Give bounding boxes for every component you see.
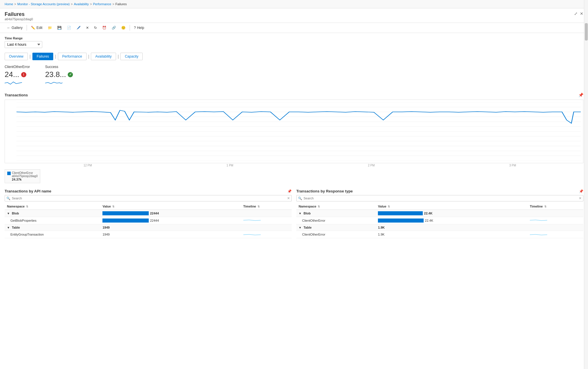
scrollbar-thumb[interactable] <box>585 23 588 41</box>
saveas-button[interactable]: 📄 <box>65 25 74 31</box>
toolbar-separator2 <box>130 25 130 31</box>
tab-performance[interactable]: Performance <box>58 53 87 60</box>
expand-icon-blob[interactable]: ▼ <box>7 212 10 215</box>
sparkline-error-svg <box>5 80 22 86</box>
col-value[interactable]: Value ⇅ <box>100 203 241 210</box>
help-button[interactable]: ? Help <box>132 25 146 31</box>
gallery-button[interactable]: ← Gallery <box>5 25 25 31</box>
sparkline-error <box>5 80 34 87</box>
sort-icon-tl-resp: ⇅ <box>544 205 547 208</box>
discard-button[interactable]: ✕ <box>84 25 91 31</box>
share-button[interactable]: 🔗 <box>109 25 118 31</box>
edit-button[interactable]: ✏️ Edit <box>29 25 45 31</box>
bar-fill-blob-resp <box>378 211 423 215</box>
back-icon: ← <box>7 26 10 30</box>
x-label-3pm: 3 PM <box>509 164 516 167</box>
search-icon-response: 🔍 <box>298 197 302 200</box>
bar-blob-resp: 22.4K <box>378 211 525 215</box>
table-response-pin[interactable]: 📌 <box>579 189 583 193</box>
table-api-pin[interactable]: 📌 <box>287 189 292 193</box>
chart-wrapper: 120 110 100 90 80 70 60 50 40 30 20 10 0 <box>5 100 583 163</box>
table-response: Namespace ⇅ Value ⇅ Timeline ⇅ <box>296 203 583 238</box>
table-row: ▼ Table 1949 <box>5 224 292 231</box>
chart-canvas <box>5 100 583 163</box>
save-icon: 💾 <box>57 26 62 30</box>
bottom-tables: Transactions by API name 📌 🔍 ✕ Namespace… <box>5 189 583 238</box>
table-row: ClientOtherError 22.4K <box>296 217 583 224</box>
search-icon: 🔍 <box>6 197 10 200</box>
metric-value-error: 24... <box>5 70 19 79</box>
breadcrumb-monitor[interactable]: Monitor - Storage Accounts (preview) <box>17 2 70 6</box>
page-subtitle: a64sl75piosp2diag0 <box>5 17 33 21</box>
col-namespace-resp[interactable]: Namespace ⇅ <box>296 203 376 210</box>
expand-icon-blob-resp[interactable]: ▼ <box>299 212 302 215</box>
folder-button[interactable]: 📁 <box>45 25 54 31</box>
chart-section: Transactions 📌 120 110 100 90 80 70 60 5… <box>5 93 583 183</box>
edit-icon: ✏️ <box>31 26 35 30</box>
col-timeline[interactable]: Timeline ⇅ <box>241 203 292 210</box>
title-actions: ⤢ ✕ <box>574 11 583 16</box>
table-api: Namespace ⇅ Value ⇅ Timeline ⇅ <box>5 203 292 238</box>
breadcrumb: Home > Monitor - Storage Accounts (previ… <box>0 0 588 8</box>
tab-failures[interactable]: Failures <box>32 53 54 60</box>
tab-overview[interactable]: Overview <box>5 53 28 60</box>
chart-legend: ClientOtherError a64sl75piosp2diag0 24.3… <box>5 169 40 183</box>
success-badge: ✓ <box>68 72 73 77</box>
table-row: ClientOtherError 1.9K <box>296 231 583 238</box>
sort-icon-timeline: ⇅ <box>258 205 260 208</box>
table-response-header: Transactions by Response type 📌 <box>296 189 583 193</box>
breadcrumb-availability[interactable]: Availability <box>74 2 89 6</box>
tab-capacity[interactable]: Capacity <box>120 53 143 60</box>
pencil-icon: 🖊️ <box>76 26 81 30</box>
breadcrumb-home[interactable]: Home <box>5 2 13 6</box>
table-row: ▼ Blob 22444 <box>5 210 292 217</box>
search-clear-icon-response[interactable]: ✕ <box>579 196 582 200</box>
expand-icon-table[interactable]: ▼ <box>7 226 10 229</box>
folder-icon: 📁 <box>48 26 52 30</box>
maximize-icon[interactable]: ⤢ <box>574 11 578 16</box>
table-row: ▼ Table 1.9K <box>296 224 583 231</box>
tab-availability[interactable]: Availability <box>91 53 116 60</box>
table-row: EntityGroupTransaction 1949 <box>5 231 292 238</box>
autorefresh-button[interactable]: ⏰ <box>100 25 109 31</box>
x-label-1pm: 1 PM <box>227 164 233 167</box>
tab-bar: Overview | Failures | Performance | Avai… <box>5 53 583 60</box>
col-namespace[interactable]: Namespace ⇅ <box>5 203 100 210</box>
legend-color-swatch <box>7 172 11 175</box>
search-clear-icon[interactable]: ✕ <box>287 196 290 200</box>
table-response-search-input[interactable] <box>296 195 583 201</box>
metric-clientothererror: ClientOtherError 24... ! <box>5 65 34 87</box>
table-api-header: Transactions by API name 📌 <box>5 189 292 193</box>
bar-clientother-resp: 22.4K <box>378 219 525 223</box>
sort-icon-ns-resp: ⇅ <box>318 205 320 208</box>
autorefresh-icon: ⏰ <box>102 26 106 30</box>
time-range-section: Time Range Last 1 hour Last 4 hours Last… <box>5 36 583 48</box>
table-response-header-row: Namespace ⇅ Value ⇅ Timeline ⇅ <box>296 203 583 210</box>
timeline-sparkline-entity <box>243 232 261 236</box>
col-timeline-resp[interactable]: Timeline ⇅ <box>528 203 583 210</box>
toolbar: ← Gallery ✏️ Edit 📁 💾 📄 🖊️ ✕ ↻ ⏰ 🔗 🙂 ? H… <box>0 23 588 33</box>
sort-icon-namespace: ⇅ <box>26 205 28 208</box>
metric-label-error: ClientOtherError <box>5 65 34 69</box>
bar-fill-blob <box>102 211 149 215</box>
table-response-title: Transactions by Response type <box>296 189 353 193</box>
table-api-section: Transactions by API name 📌 🔍 ✕ Namespace… <box>5 189 292 238</box>
chart-header: Transactions 📌 <box>5 93 583 97</box>
time-range-select[interactable]: Last 1 hour Last 4 hours Last 12 hours L… <box>5 41 42 48</box>
legend-name: ClientOtherError <box>12 171 38 175</box>
sort-icon-value: ⇅ <box>112 205 115 208</box>
smiley-button[interactable]: 🙂 <box>119 25 128 31</box>
table-api-search-input[interactable] <box>5 195 292 201</box>
pencil-button[interactable]: 🖊️ <box>74 25 83 31</box>
refresh-button[interactable]: ↻ <box>92 25 99 31</box>
title-bar: Failures a64sl75piosp2diag0 ⤢ ✕ <box>0 8 588 23</box>
table-api-title: Transactions by API name <box>5 189 51 193</box>
chart-pin-icon[interactable]: 📌 <box>578 93 583 97</box>
expand-icon-table-resp[interactable]: ▼ <box>299 226 302 229</box>
col-value-resp[interactable]: Value ⇅ <box>376 203 528 210</box>
close-icon[interactable]: ✕ <box>580 11 583 16</box>
timeline-sparkline-clientother-table <box>530 232 547 236</box>
breadcrumb-performance[interactable]: Performance <box>93 2 111 6</box>
timeline-sparkline-clientother <box>530 219 547 222</box>
save-button[interactable]: 💾 <box>55 25 64 31</box>
